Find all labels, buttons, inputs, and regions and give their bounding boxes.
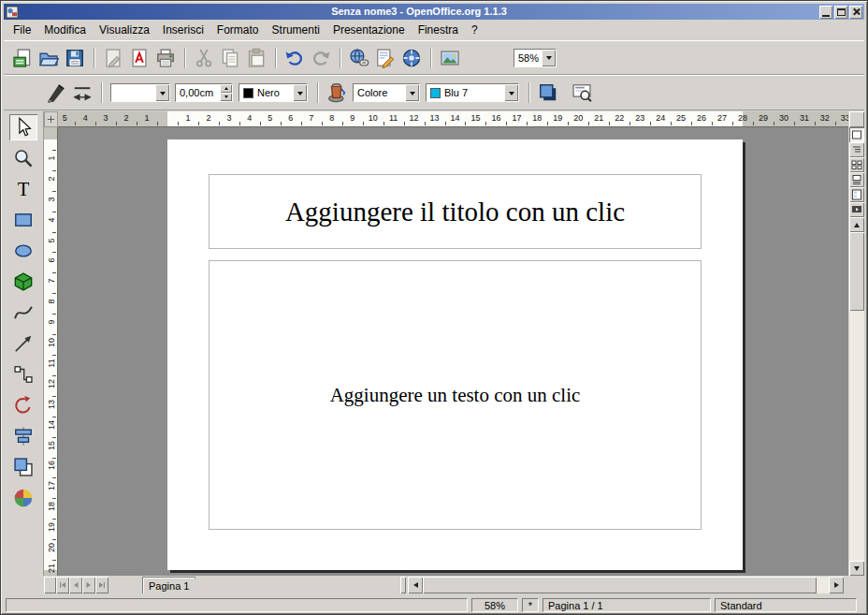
- start-slideshow-button[interactable]: [849, 202, 864, 217]
- toolbar-separator: [271, 47, 280, 69]
- menu-strumenti[interactable]: Strumenti: [266, 21, 326, 39]
- alignment-tool-button[interactable]: [9, 423, 37, 449]
- cut-button[interactable]: [191, 46, 217, 70]
- page-tab[interactable]: Pagina 1: [142, 577, 195, 593]
- spin-down-icon[interactable]: [220, 93, 232, 101]
- presentation-toolbar-button[interactable]: [569, 81, 595, 105]
- horizontal-ruler[interactable]: 5432112345678910111213141516171819202122…: [58, 111, 848, 127]
- ruler-corner-button[interactable]: [849, 111, 864, 127]
- open-button[interactable]: [36, 46, 62, 70]
- close-button[interactable]: [849, 6, 862, 19]
- status-style[interactable]: Standard: [715, 598, 857, 612]
- menu-formato[interactable]: Formato: [210, 21, 266, 39]
- scroll-down-button[interactable]: [849, 561, 864, 576]
- line-style-combobox[interactable]: [110, 83, 170, 102]
- 3d-objects-tool-button[interactable]: [9, 269, 37, 295]
- first-page-button[interactable]: [56, 577, 69, 593]
- vertical-scroll-track[interactable]: [849, 232, 864, 561]
- text-tool-button[interactable]: T: [9, 176, 37, 202]
- hyperlink-button[interactable]: [346, 46, 372, 70]
- horizontal-scroll-track[interactable]: [423, 577, 829, 593]
- fill-color-combobox[interactable]: Blu 7: [426, 83, 519, 102]
- ruler-number: 28: [738, 113, 747, 123]
- zoom-tool-button[interactable]: [9, 145, 37, 171]
- edit-button[interactable]: [372, 46, 398, 70]
- menu-visualizza[interactable]: Visualizza: [93, 21, 156, 39]
- fill-type-combobox[interactable]: Colore: [353, 83, 420, 102]
- ruler-number: 5: [63, 113, 67, 123]
- ruler-number: 10: [47, 336, 56, 350]
- status-page[interactable]: Pagina 1 / 1: [542, 598, 711, 612]
- title-placeholder[interactable]: Aggiungere il titolo con un clic: [209, 174, 702, 249]
- titlebar[interactable]: Senza nome3 - OpenOffice.org 1.1.3: [4, 4, 864, 20]
- vertical-ruler[interactable]: 123456789101112131415161718192021: [44, 127, 58, 576]
- ruler-tick: [52, 375, 56, 376]
- body-placeholder[interactable]: Aggiungere un testo con un clic: [209, 260, 702, 530]
- navigator-button[interactable]: [398, 46, 425, 70]
- effects-tool-button[interactable]: [9, 485, 37, 511]
- horizontal-scroll-thumb[interactable]: [423, 577, 817, 593]
- copy-button[interactable]: [217, 46, 243, 70]
- shadow-button[interactable]: [535, 81, 561, 105]
- line-ends-button[interactable]: [69, 81, 95, 105]
- scroll-left-button[interactable]: [408, 577, 423, 593]
- line-color-combobox[interactable]: Nero: [239, 83, 308, 102]
- handout-view-button[interactable]: [849, 187, 864, 202]
- menu-help[interactable]: ?: [465, 21, 485, 39]
- menu-modifica[interactable]: Modifica: [37, 21, 93, 39]
- fill-type-dropdown-arrow-icon[interactable]: [405, 84, 419, 101]
- redo-button[interactable]: [308, 46, 334, 70]
- workspace[interactable]: Aggiungere il titolo con un clic Aggiung…: [58, 127, 848, 576]
- drawing-view-button[interactable]: [849, 127, 864, 142]
- status-zoom[interactable]: 58%: [471, 598, 518, 612]
- paste-button[interactable]: [243, 46, 269, 70]
- undo-button[interactable]: [282, 46, 308, 70]
- spin-up-icon[interactable]: [220, 84, 232, 93]
- export-pdf-button[interactable]: [126, 46, 152, 70]
- maximize-button[interactable]: [834, 6, 847, 19]
- arrange-tool-button[interactable]: [9, 454, 37, 480]
- rotate-tool-button[interactable]: [9, 392, 37, 418]
- gallery-button[interactable]: [437, 46, 463, 70]
- edit-points-button[interactable]: [43, 81, 69, 105]
- minimize-button[interactable]: [819, 6, 832, 19]
- menu-inserisci[interactable]: Inserisci: [156, 21, 210, 39]
- ruler-tick: [52, 272, 56, 273]
- outline-view-button[interactable]: [849, 142, 864, 157]
- scroll-right-button[interactable]: [829, 577, 844, 593]
- save-button[interactable]: [62, 46, 88, 70]
- select-tool-button[interactable]: [9, 114, 37, 140]
- zoom-combobox[interactable]: 58%: [514, 49, 557, 67]
- previous-page-button[interactable]: [69, 577, 82, 593]
- lines-arrows-tool-button[interactable]: [9, 330, 37, 357]
- new-document-button[interactable]: [9, 46, 36, 70]
- line-width-field[interactable]: 0,00cm: [175, 83, 233, 102]
- line-style-dropdown-arrow-icon[interactable]: [155, 84, 169, 101]
- menu-file[interactable]: File: [7, 21, 37, 39]
- menu-presentazione[interactable]: Presentazione: [326, 21, 412, 39]
- page-bar-corner-button[interactable]: [44, 577, 56, 593]
- rectangle-tool-button[interactable]: [9, 207, 37, 233]
- zoom-dropdown-arrow-icon[interactable]: [542, 50, 556, 66]
- scrollbar-splitter[interactable]: [400, 577, 406, 593]
- fill-color-dropdown-arrow-icon[interactable]: [504, 84, 518, 101]
- ruler-origin-button[interactable]: [44, 111, 58, 127]
- area-style-button[interactable]: [324, 81, 350, 105]
- svg-text:T: T: [18, 179, 30, 199]
- slide-canvas[interactable]: Aggiungere il titolo con un clic Aggiung…: [167, 139, 743, 570]
- connector-tool-button[interactable]: [9, 361, 37, 388]
- print-button[interactable]: [152, 46, 179, 70]
- ellipse-tool-button[interactable]: [9, 238, 37, 264]
- horizontal-scrollbar[interactable]: [408, 577, 844, 593]
- last-page-button[interactable]: [95, 577, 108, 593]
- slides-view-button[interactable]: [849, 157, 864, 172]
- line-color-dropdown-arrow-icon[interactable]: [293, 84, 307, 101]
- vertical-scroll-thumb[interactable]: [849, 232, 864, 311]
- menu-finestra[interactable]: Finestra: [412, 21, 465, 39]
- vertical-scrollbar[interactable]: [849, 217, 864, 576]
- curve-tool-button[interactable]: [9, 300, 37, 326]
- edit-file-button[interactable]: [100, 46, 126, 70]
- scroll-up-button[interactable]: [849, 217, 864, 232]
- notes-view-button[interactable]: [849, 172, 864, 187]
- next-page-button[interactable]: [82, 577, 95, 593]
